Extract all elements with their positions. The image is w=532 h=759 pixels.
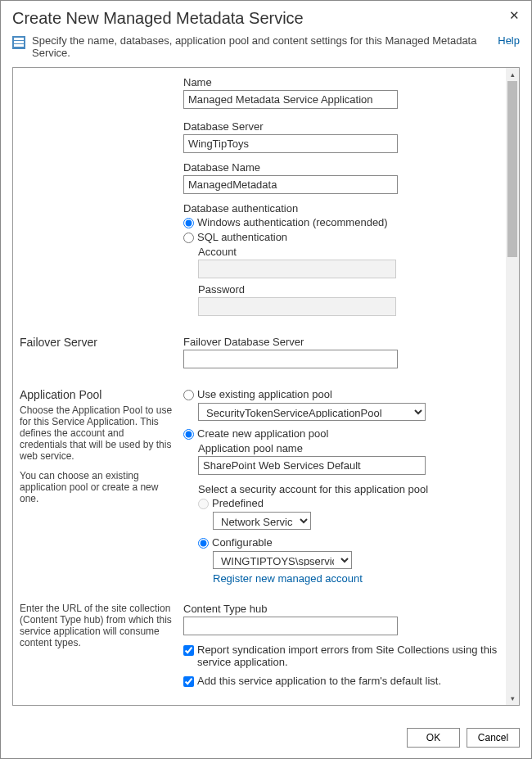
create-new-pool-label: Create new application pool (197, 427, 328, 440)
cth-desc: Enter the URL of the site collection (Co… (20, 603, 174, 648)
configurable-radio[interactable] (198, 538, 209, 549)
select-account-label: Select a security account for this appli… (198, 483, 501, 495)
report-errors-label: Report syndication import errors from Si… (197, 644, 501, 668)
use-existing-pool-label: Use existing application pool (197, 388, 332, 400)
help-link[interactable]: Help (489, 34, 520, 47)
existing-pool-select[interactable]: SecurityTokenServiceApplicationPool (198, 403, 426, 421)
failover-label: Failover Database Server (183, 336, 501, 348)
db-auth-label: Database authentication (183, 202, 501, 215)
create-new-pool-radio[interactable] (183, 429, 194, 440)
db-password-input (198, 297, 396, 316)
scroll-thumb[interactable] (507, 81, 517, 257)
scroll-down-icon[interactable]: ▾ (506, 692, 519, 705)
cancel-button[interactable]: Cancel (467, 728, 520, 748)
ok-button[interactable]: OK (407, 728, 460, 748)
db-name-label: Database Name (183, 161, 501, 174)
db-server-label: Database Server (183, 120, 501, 133)
dialog-description: Specify the name, databases, application… (32, 34, 483, 59)
configurable-select[interactable]: WINGTIPTOYS\spservices (213, 551, 352, 569)
auth-sql-radio[interactable] (183, 233, 194, 243)
dialog-title: Create New Managed Metadata Service (12, 9, 304, 28)
cth-input[interactable] (183, 617, 398, 635)
db-account-input (198, 260, 396, 278)
predefined-label: Predefined (212, 497, 264, 509)
use-existing-pool-radio[interactable] (183, 390, 194, 400)
auth-windows-radio[interactable] (183, 218, 194, 228)
form-panel: Name Database Server Database Name Datab… (12, 67, 520, 706)
svg-rect-2 (14, 41, 24, 43)
name-input[interactable] (183, 90, 398, 109)
apppool-desc-2: You can choose an existing application p… (20, 470, 174, 504)
predefined-select[interactable]: Network Service (213, 512, 311, 530)
pool-name-label: Application pool name (198, 442, 501, 454)
scroll-up-icon[interactable]: ▴ (506, 68, 519, 81)
close-icon[interactable]: ✕ (509, 9, 520, 21)
db-server-input[interactable] (183, 134, 398, 153)
failover-input[interactable] (183, 350, 398, 368)
svg-rect-3 (14, 44, 24, 47)
cth-label: Content Type hub (183, 603, 501, 615)
add-to-default-label: Add this service application to the farm… (197, 675, 441, 687)
svg-rect-1 (14, 38, 24, 40)
db-account-label: Account (198, 246, 501, 258)
apppool-desc-1: Choose the Application Pool to use for t… (20, 404, 174, 462)
report-errors-checkbox[interactable] (183, 645, 194, 656)
db-name-input[interactable] (183, 175, 398, 194)
register-account-link[interactable]: Register new managed account (213, 572, 363, 585)
pool-name-input[interactable] (198, 456, 426, 475)
name-label: Name (183, 76, 501, 88)
predefined-radio (198, 499, 209, 509)
failover-section-title: Failover Server (20, 336, 174, 349)
scrollbar[interactable]: ▴ ▾ (506, 68, 519, 705)
auth-windows-label: Windows authentication (recommended) (197, 216, 388, 228)
add-to-default-checkbox[interactable] (183, 676, 194, 687)
apppool-section-title: Application Pool (20, 388, 174, 401)
configurable-label: Configurable (212, 536, 273, 549)
db-password-label: Password (198, 283, 501, 296)
metadata-service-icon (12, 36, 25, 49)
auth-sql-label: SQL authentication (197, 231, 287, 243)
